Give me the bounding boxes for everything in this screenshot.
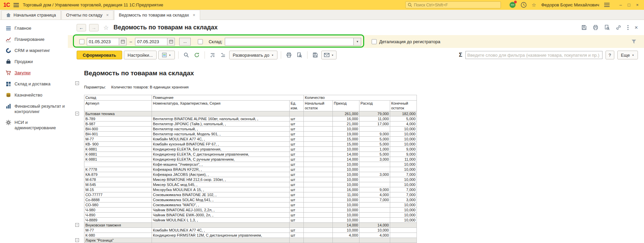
warehouse-checkbox[interactable]	[198, 39, 203, 44]
send-email-button[interactable]: ▼	[321, 51, 337, 59]
print-icon[interactable]	[593, 25, 598, 30]
report-group-row[interactable]: −Ларек "Розница"	[75, 238, 417, 243]
sidebar-item-treasury[interactable]: Казначейство	[0, 90, 68, 101]
form-close-icon[interactable]: ×	[635, 25, 638, 30]
report-item-row[interactable]: К-9881Кондиционер ELEKTA, С дистанционны…	[75, 152, 417, 157]
report-item-row[interactable]: ВН-901Вентилятор настольный, Модель 901,…	[75, 132, 417, 137]
report-canvas[interactable]: Ведомость по товарам на складах − Параме…	[68, 62, 644, 243]
back-button[interactable]: ←	[77, 24, 86, 31]
print-button[interactable]	[285, 51, 293, 59]
table-cell: шт	[290, 187, 304, 192]
detail-checkbox[interactable]	[372, 39, 377, 44]
collapse-groups-button[interactable]	[208, 51, 217, 59]
sidebar-item-nsi[interactable]: НСИ и администрирование	[0, 117, 68, 133]
more-button[interactable]: Еще ▼	[617, 51, 638, 59]
main-menu-icon[interactable]	[14, 3, 19, 7]
report-item-row[interactable]: Кофе-машина "Универсал", ,шт10,00010,000	[75, 162, 417, 167]
table-cell: Ларек "Розница"	[84, 238, 152, 243]
calendar-icon[interactable]	[119, 38, 127, 46]
window-close-icon[interactable]: ×	[636, 3, 639, 7]
collapse-group-icon[interactable]: −	[75, 112, 79, 115]
date-from-input[interactable]	[87, 38, 119, 46]
sidebar-item-planning[interactable]: Планирование	[0, 34, 68, 45]
expand-groups-button[interactable]	[219, 51, 227, 59]
report-item-row[interactable]: К-9881Кондиционер ELEKTA, Без управления…	[75, 147, 417, 152]
save-result-button[interactable]	[311, 51, 320, 59]
print-preview-button[interactable]	[295, 51, 304, 59]
period-checkbox[interactable]	[79, 39, 84, 44]
date-to-input[interactable]	[135, 38, 167, 46]
table-cell: Кофеварка JACOBS (Австрия), ,	[152, 172, 290, 177]
more-actions-icon[interactable]	[627, 25, 629, 30]
table-cell: шт	[290, 122, 304, 127]
discussions-icon[interactable]	[509, 2, 516, 8]
quick-filter-input[interactable]	[465, 51, 602, 59]
tab-goods-statement[interactable]: Ведомость по товарам на складах ×	[114, 10, 200, 20]
favorites-icon[interactable]: ☆	[532, 2, 536, 7]
report-item-row[interactable]: Ч-8889Чайник MOULINEX L 1,3, ,шт10,00010…	[75, 218, 417, 223]
collapse-group-icon[interactable]: −	[75, 223, 79, 227]
report-variant-button[interactable]: ▼	[158, 51, 175, 59]
warehouse-input[interactable]	[225, 38, 354, 46]
report-item-row[interactable]: К-980Кондиционер FIRMSTAR 12M, С дистанц…	[75, 233, 417, 238]
report-item-row[interactable]: В-987Вентилятор JIPONIC (Тайв.), напольн…	[75, 122, 417, 127]
report-item-row[interactable]: М-545Миксер SOLAC мод.545, ,шт10,00010,0…	[75, 182, 417, 187]
report-item-row[interactable]: Ч-890Чайник BINATONE EWK-3000, 2л, ,шт10…	[75, 213, 417, 218]
calendar-icon[interactable]	[167, 38, 175, 46]
report-group-row[interactable]: −Бытовая техника261,00079,000182,000	[75, 111, 417, 116]
refresh-search-button[interactable]	[192, 51, 201, 59]
tab-home[interactable]: Начальная страница	[1, 10, 61, 20]
preview-icon[interactable]	[604, 25, 610, 30]
report-item-row[interactable]: КА-879Кофеварка JACOBS (Австрия), ,шт10,…	[75, 172, 417, 177]
generate-button[interactable]: Сформировать	[77, 51, 122, 59]
report-item-row[interactable]: ВН-900Вентилятор настольный, ,шт10,00010…	[75, 127, 417, 132]
report-item-row[interactable]: К-9881Кондиционер ELEKTA, С ручным управ…	[75, 157, 417, 162]
forward-button[interactable]: →	[89, 24, 99, 31]
sidebar-item-main[interactable]: Главное	[0, 23, 68, 34]
report-item-row[interactable]: СО-77777Соковыжималка BINATONE JE 102, ,…	[75, 192, 417, 197]
filter-settings-icon[interactable]	[631, 39, 637, 44]
report-item-row[interactable]: К-7778Кофеварка BRAUN KF22R, ,шт10,00010…	[75, 167, 417, 172]
sidebar-item-finresult[interactable]: Финансовый результат и контроллинг	[0, 101, 68, 117]
sidebar-item-warehouse[interactable]: Склад и доставка	[0, 79, 68, 90]
chevron-down-icon[interactable]: ▼	[354, 38, 361, 46]
search-button[interactable]	[182, 51, 191, 59]
report-item-row[interactable]: М-15Мясорубка MOULINEX А 15, ,шт16,0009,…	[75, 187, 417, 192]
expand-to-button[interactable]: Разворачивать до ▼	[229, 51, 277, 59]
report-group-row[interactable]: −Внуковская таможня14,00014,000	[75, 223, 417, 228]
report-item-row[interactable]: КВ- 900Комбайн кухонный BINATONE FP 67, …	[75, 142, 417, 147]
report-item-row[interactable]: М-77Комбайн MOULINEX А77 4С, ,шт10,00010…	[75, 228, 417, 233]
minimize-icon[interactable]: –	[619, 3, 622, 7]
tab-close-icon[interactable]: ×	[193, 12, 195, 18]
report-item-row[interactable]: Со-8888Соковыжималка SOLAC Мод.541, ,шт1…	[75, 197, 417, 202]
autosum-icon[interactable]: Σ	[459, 52, 462, 58]
sidebar-item-crm[interactable]: CRM и маркетинг	[0, 45, 68, 56]
current-user[interactable]: Федоров Борис Михайлович	[541, 2, 599, 7]
table-cell: Чайник MOULINEX L 1,3, ,	[152, 218, 290, 223]
global-search-input[interactable]	[414, 3, 499, 7]
report-item-row[interactable]: СО-980Соковыжималка "МАПО", ,шт10,00010,…	[75, 202, 417, 208]
sidebar-item-sales[interactable]: Продажи	[0, 56, 68, 68]
add-favorite-icon[interactable]: ☆	[103, 24, 109, 31]
report-item-row[interactable]: Ч-980Чайник BINATONE AEJ-1001, 2,2л, ,шт…	[75, 208, 417, 213]
report-item-row[interactable]: М-678Миксер BINATONE HM 212,6 скор. 150в…	[75, 177, 417, 182]
table-cell: 9,000	[390, 147, 417, 152]
tab-warehouse-reports[interactable]: Отчеты по складу ×	[61, 10, 113, 20]
link-icon[interactable]	[616, 25, 621, 30]
save-icon[interactable]	[581, 25, 587, 30]
report-item-row[interactable]: М-77Комбайн MOULINEX А77 4С, ,шт15,0005,…	[75, 137, 417, 142]
global-search-field[interactable]	[405, 1, 501, 8]
table-cell: 14,000	[333, 157, 359, 162]
table-cell: 10,000	[333, 197, 359, 202]
settings-button[interactable]: Настройки...	[124, 51, 157, 59]
history-icon[interactable]	[521, 2, 527, 8]
period-options-button[interactable]: ...	[179, 38, 191, 46]
help-button[interactable]: ?	[606, 51, 614, 59]
collapse-group-icon[interactable]: −	[75, 238, 79, 242]
collapse-report-icon[interactable]: −	[75, 81, 79, 85]
tab-close-icon[interactable]: ×	[106, 12, 109, 18]
service-menu-icon[interactable]	[604, 3, 610, 7]
sidebar-item-purchases[interactable]: Закупки	[0, 68, 68, 79]
report-item-row[interactable]: В-789Вентилятор BINATONE ALPINE 160вт, н…	[75, 116, 417, 122]
maximize-icon[interactable]: □	[628, 3, 630, 7]
